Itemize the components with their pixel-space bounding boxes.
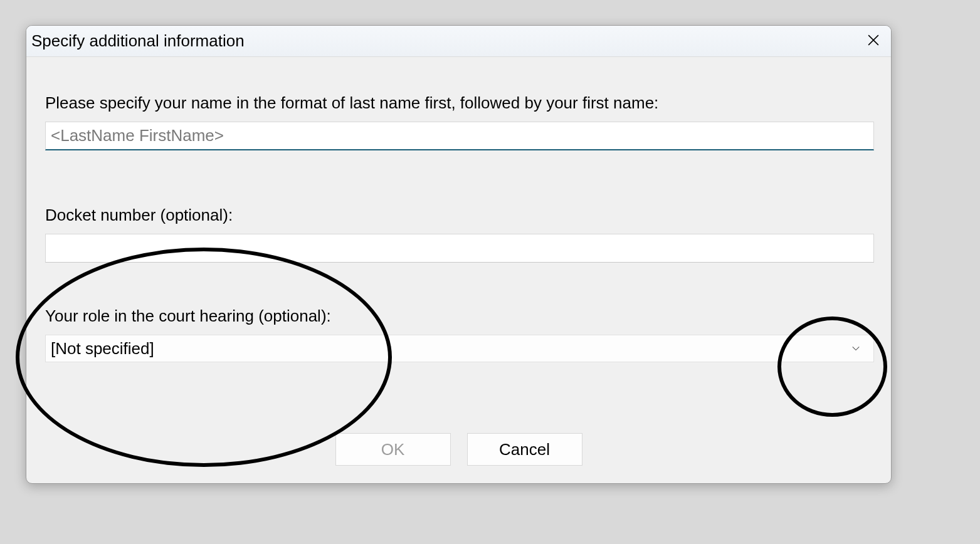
close-button[interactable] (860, 29, 887, 54)
role-select-value: [Not specified] (51, 339, 154, 358)
ok-button[interactable]: OK (335, 433, 451, 466)
close-icon (868, 34, 879, 48)
button-row: OK Cancel (26, 433, 891, 466)
docket-input[interactable] (45, 234, 874, 263)
docket-label: Docket number (optional): (45, 206, 872, 225)
dialog-content: Please specify your name in the format o… (26, 57, 891, 362)
name-input[interactable] (45, 122, 874, 150)
cancel-button[interactable]: Cancel (467, 433, 582, 466)
role-label: Your role in the court hearing (optional… (45, 306, 872, 326)
chevron-down-icon (843, 336, 868, 361)
dialog-title: Specify additional information (30, 31, 245, 51)
role-select[interactable]: [Not specified] (45, 335, 874, 362)
dialog-specify-additional-information: Specify additional information Please sp… (26, 25, 892, 484)
name-label: Please specify your name in the format o… (45, 93, 872, 113)
titlebar: Specify additional information (26, 26, 891, 57)
